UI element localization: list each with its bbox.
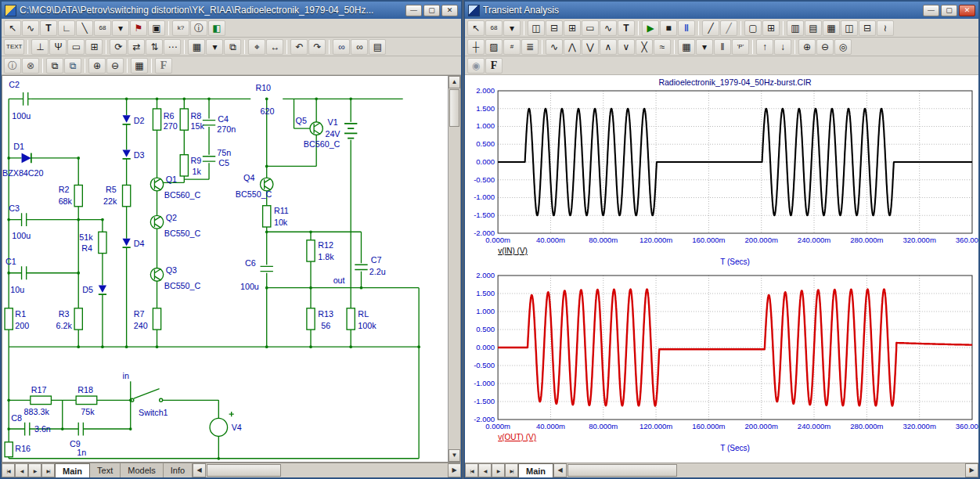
component-label[interactable]: R2 [59, 185, 70, 194]
thumbnail-icon[interactable]: ▦ [131, 58, 148, 74]
tile-vertical-icon[interactable]: ⊞ [564, 20, 581, 36]
node-numbers-icon[interactable]: # [503, 39, 521, 55]
flag-tool-icon[interactable]: ⚑ [130, 20, 147, 36]
component-label[interactable]: R7 [134, 309, 145, 319]
component-label[interactable]: C3 [9, 203, 20, 213]
component-label[interactable]: 15k [190, 121, 204, 131]
grid-panels-icon[interactable]: ⊞ [762, 20, 780, 36]
component-label[interactable]: R18 [77, 385, 93, 394]
zoom-out-icon[interactable]: ⊖ [106, 58, 124, 74]
nav-first-button[interactable]: |◀ [465, 463, 478, 477]
font-icon[interactable]: F [155, 58, 172, 74]
measure-icon[interactable]: ≣ [521, 39, 539, 55]
picture-tool-icon[interactable]: ▣ [148, 20, 165, 36]
go-low-icon[interactable]: ↓ [774, 39, 791, 55]
select-tool-icon[interactable]: ↖ [467, 20, 485, 36]
info-circle-icon[interactable]: ⓘ [4, 58, 21, 74]
ortho-wire-icon[interactable]: ∟ [58, 20, 75, 36]
tile-horizontal-icon[interactable]: ⊟ [546, 20, 563, 36]
component-label[interactable]: Q2 [166, 212, 177, 221]
format-icon[interactable]: F [485, 58, 503, 74]
find-icon[interactable]: ∞ [333, 39, 350, 55]
flip-horizontal-icon[interactable]: ⇄ [128, 39, 145, 55]
component-label[interactable]: R13 [318, 309, 333, 319]
minimize-button[interactable]: — [923, 5, 939, 16]
component-label[interactable]: 2.2u [369, 267, 386, 276]
scroll-left-button[interactable]: ◀ [193, 463, 206, 477]
component-label[interactable]: R4 [81, 243, 92, 253]
component-label[interactable]: C1 [5, 257, 16, 266]
component-label[interactable]: 100u [12, 110, 31, 120]
sheet-icon[interactable]: ▤ [369, 39, 386, 55]
component-label[interactable]: R11 [274, 206, 289, 215]
component-label[interactable]: 6.2k [56, 321, 73, 330]
component-label[interactable]: C4 [218, 114, 229, 124]
flip-vertical-icon[interactable]: ⇅ [146, 39, 163, 55]
nav-last-button[interactable]: ▶| [41, 463, 55, 477]
pan-icon[interactable]: ↔ [266, 39, 283, 55]
component-label[interactable]: 240 [134, 321, 148, 330]
component-label[interactable]: BC560_C [164, 190, 201, 200]
component-label[interactable]: 75k [81, 407, 95, 416]
info-tool-icon[interactable]: ⓘ [190, 20, 207, 36]
component-label[interactable]: 270n [217, 124, 236, 134]
input-waveform-plot[interactable]: Radioelectronik_1979-04_50Hz-burst.CIR0.… [465, 77, 978, 269]
component-label[interactable]: 100u [240, 282, 259, 291]
transient-titlebar[interactable]: Transient Analysis —▢✕ [465, 2, 978, 19]
component-label[interactable]: out [333, 276, 345, 285]
component-label[interactable]: Q1 [166, 175, 177, 184]
component-label[interactable]: 3.6n [34, 424, 51, 434]
text-stamp-icon[interactable]: TEXT [4, 39, 24, 55]
duplicate-icon[interactable]: ⧉ [224, 39, 241, 55]
component-label[interactable]: C7 [371, 255, 382, 265]
part-grid-icon[interactable]: ⊞ [85, 39, 103, 55]
nav-last-button[interactable]: ▶| [505, 463, 518, 477]
zoom-in-icon[interactable]: ⊕ [88, 58, 106, 74]
scope-panels-icon[interactable]: ◫ [528, 20, 545, 36]
waveform-window-icon[interactable]: ▭ [582, 20, 599, 36]
go-high-icon[interactable]: ↑ [756, 39, 773, 55]
component-label[interactable]: R10 [255, 83, 271, 92]
component-label[interactable]: D3 [134, 150, 145, 160]
nav-next-button[interactable]: ▶ [492, 463, 505, 477]
component-label[interactable]: 56 [321, 321, 330, 330]
component-label[interactable]: D4 [134, 239, 145, 248]
output-waveform-plot[interactable]: 0.000m40.000m80.000m120.000m160.000m200.… [465, 269, 978, 460]
split-plot-icon[interactable]: ◫ [841, 20, 858, 36]
scroll-down-button[interactable]: ▼ [449, 449, 460, 462]
ground-icon[interactable]: ⊥ [31, 39, 49, 55]
vscroll-thumb[interactable] [449, 89, 459, 127]
transient-hscrollbar[interactable]: ◀ ▶ [553, 463, 978, 477]
component-label[interactable]: R5 [106, 185, 117, 194]
shape-icon[interactable]: ▭ [67, 39, 85, 55]
component-label[interactable]: Switch1 [139, 408, 168, 417]
cancel-circle-icon[interactable]: ⊗ [22, 58, 39, 74]
wire-tool-icon[interactable]: ∿ [22, 20, 39, 36]
component-label[interactable]: 1.8k [318, 252, 334, 261]
close-button[interactable]: ✕ [959, 5, 975, 16]
schematic-canvas[interactable]: C2100uD1BZX84C20C3100uC110uR1200R268kR36… [2, 76, 448, 462]
schematic-titlebar[interactable]: C:\MC9\DATA\Petrov\switching distortion\… [2, 2, 461, 19]
sphere-icon[interactable]: ◉ [467, 58, 485, 74]
component-palette-icon[interactable]: 68 [94, 20, 111, 36]
high-icon[interactable]: ∧ [600, 39, 617, 55]
stop-icon[interactable]: ■ [660, 20, 677, 36]
component-label[interactable]: BC560_C [304, 139, 340, 149]
zoom-in-icon[interactable]: ⊕ [798, 39, 816, 55]
component-label[interactable]: 75n [217, 148, 231, 157]
nav-prev-button[interactable]: ◀ [15, 463, 28, 477]
component-label[interactable]: RL [358, 309, 369, 319]
tab-text[interactable]: Text [90, 463, 121, 477]
minimize-button[interactable]: — [405, 5, 422, 16]
component-label[interactable]: 100k [358, 321, 377, 330]
text-tool-icon[interactable]: T [40, 20, 57, 36]
close-button[interactable]: ✕ [441, 5, 458, 16]
component-label[interactable]: V1 [327, 117, 337, 127]
component-label[interactable]: C5 [218, 158, 229, 167]
component-label[interactable]: Q3 [166, 265, 177, 275]
component-label[interactable]: C2 [9, 80, 20, 89]
nav-next-button[interactable]: ▶ [28, 463, 41, 477]
mc-logo-icon[interactable]: ◧ [208, 20, 225, 36]
nav-first-button[interactable]: |◀ [2, 463, 15, 477]
component-label[interactable]: 100u [12, 231, 31, 240]
